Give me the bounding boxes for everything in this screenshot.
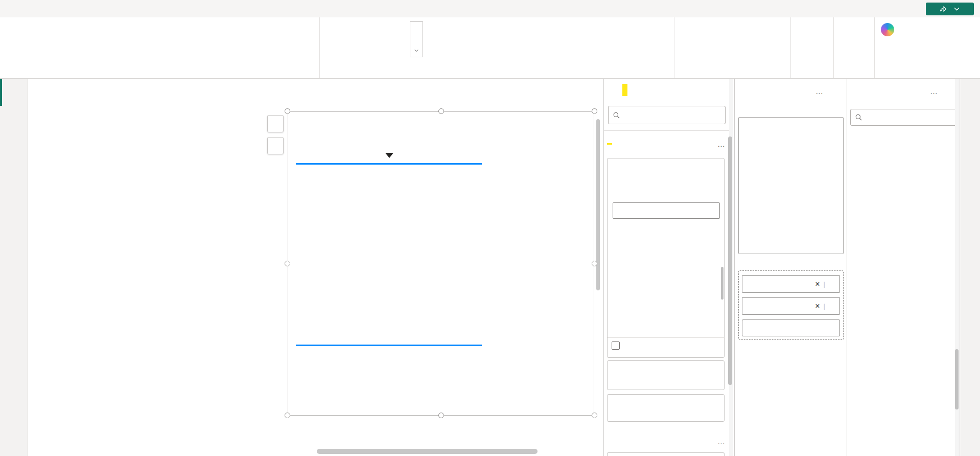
require-single-selection[interactable]	[612, 341, 625, 350]
new-measure-icon	[699, 21, 716, 38]
format-painter-button[interactable]	[24, 46, 38, 56]
ribbon	[0, 17, 980, 79]
copy-format-button[interactable]	[267, 137, 284, 154]
table-total-row	[296, 346, 482, 369]
format-painter-icon	[25, 47, 34, 55]
ribbon-group-sensitivity	[791, 17, 834, 78]
share-icon	[939, 5, 947, 13]
view-switcher-rail	[0, 79, 28, 456]
filters-on-this-page-section: …	[607, 437, 726, 446]
dataverse-button[interactable]	[211, 20, 230, 40]
sensitivity-button[interactable]	[794, 20, 813, 47]
lock-filter-icon[interactable]	[710, 164, 718, 172]
sort-descending-icon[interactable]	[385, 153, 393, 158]
filters-search-box[interactable]	[608, 106, 726, 124]
onelake-catalog-button[interactable]	[149, 20, 169, 40]
require-single-checkbox[interactable]	[612, 341, 620, 350]
field-pill-sum-of-marks[interactable]: ×|	[742, 297, 840, 315]
data-search-input[interactable]	[867, 113, 952, 122]
section-more-options-icon[interactable]: …	[717, 437, 726, 446]
resize-handle[interactable]	[285, 261, 290, 266]
remove-field-icon[interactable]: ×	[815, 302, 820, 311]
add-data-fields-dropzone[interactable]	[607, 394, 725, 422]
new-visual-button[interactable]	[388, 20, 408, 40]
data-pane-scrollbar[interactable]	[955, 79, 959, 456]
filter-list-scrollbar[interactable]	[721, 267, 724, 300]
marks-filter-card[interactable]	[607, 360, 725, 390]
quick-measure-button[interactable]	[718, 20, 738, 40]
collapse-filter-icon[interactable]	[694, 164, 703, 172]
sensitivity-icon	[796, 21, 812, 38]
resize-handle[interactable]	[438, 108, 444, 114]
publish-icon	[838, 21, 855, 38]
enter-data-icon	[192, 21, 208, 38]
table-visual[interactable]	[288, 111, 594, 416]
ribbon-group-queries	[320, 17, 385, 78]
filters-pane-scrollbar[interactable]	[729, 79, 733, 456]
new-measure-button[interactable]	[698, 20, 717, 40]
excel-workbook-button[interactable]	[129, 20, 148, 40]
get-data-button[interactable]	[108, 20, 128, 40]
gallery-expand-button[interactable]	[412, 24, 421, 55]
cut-button[interactable]	[24, 22, 38, 32]
brush-plus-icon	[270, 140, 281, 151]
pane-switcher-rail	[960, 79, 980, 456]
resize-handle[interactable]	[285, 413, 290, 418]
resize-handle[interactable]	[285, 108, 290, 114]
focus-mode-icon[interactable]	[562, 99, 572, 108]
collapse-pane-icon[interactable]	[714, 86, 723, 95]
show-hide-pane-icon[interactable]	[697, 86, 705, 94]
paste-button[interactable]	[3, 20, 22, 40]
build-more-options-icon[interactable]: …	[815, 87, 824, 96]
filters-pane: …	[603, 79, 734, 456]
publish-button[interactable]	[837, 20, 856, 40]
data-search-box[interactable]	[850, 109, 956, 126]
new-visual-calculation-button[interactable]	[678, 20, 697, 40]
field-options-icon[interactable]	[829, 281, 835, 287]
field-pill-name[interactable]: ×|	[742, 275, 840, 293]
enter-data-button[interactable]	[190, 20, 209, 40]
copy-button[interactable]	[24, 34, 38, 44]
analyze-visual-button[interactable]	[267, 115, 284, 132]
text-box-button[interactable]	[425, 20, 445, 40]
scissors-icon	[25, 23, 34, 32]
field-options-icon[interactable]	[829, 303, 835, 309]
dataverse-icon	[212, 21, 228, 38]
sql-server-button[interactable]	[170, 20, 189, 40]
collapse-pane-icon[interactable]	[832, 86, 841, 95]
resize-handle[interactable]	[592, 413, 597, 418]
transform-data-button[interactable]	[323, 20, 342, 40]
filters-search-input[interactable]	[624, 111, 721, 119]
add-data-button[interactable]	[742, 320, 840, 336]
filters-on-this-visual-section: …	[607, 140, 726, 148]
refresh-button[interactable]	[343, 20, 363, 40]
copilot-icon	[879, 21, 896, 38]
section-more-options-icon[interactable]: …	[717, 140, 726, 148]
get-data-icon	[110, 21, 126, 38]
copilot-button[interactable]	[878, 20, 897, 40]
recent-sources-button[interactable]	[231, 20, 250, 40]
canvas-horizontal-scrollbar[interactable]	[317, 449, 538, 454]
resize-handle[interactable]	[438, 413, 444, 418]
visual-more-options-icon[interactable]	[578, 99, 588, 108]
name-filter-card	[607, 158, 725, 358]
data-more-options-icon[interactable]: …	[930, 87, 938, 96]
more-visuals-button[interactable]	[446, 20, 465, 40]
resize-handle[interactable]	[592, 108, 597, 114]
visual-filter-icon[interactable]	[546, 99, 555, 108]
remove-field-icon[interactable]: ×	[815, 280, 820, 289]
visual-gallery	[410, 21, 423, 57]
resize-handle[interactable]	[592, 261, 597, 266]
hide-filter-icon[interactable]	[710, 176, 718, 184]
text-box-icon	[427, 21, 443, 38]
filter-type-select[interactable]	[613, 202, 720, 219]
ribbon-group-data	[105, 17, 320, 78]
filters-icon	[610, 86, 618, 94]
report-canvas[interactable]	[28, 79, 603, 456]
ribbon-group-share	[834, 17, 875, 78]
share-button[interactable]	[926, 3, 974, 15]
search-icon	[855, 113, 862, 121]
collapse-pane-icon[interactable]	[945, 86, 954, 95]
sql-server-icon	[171, 21, 188, 38]
paste-icon	[5, 21, 21, 38]
